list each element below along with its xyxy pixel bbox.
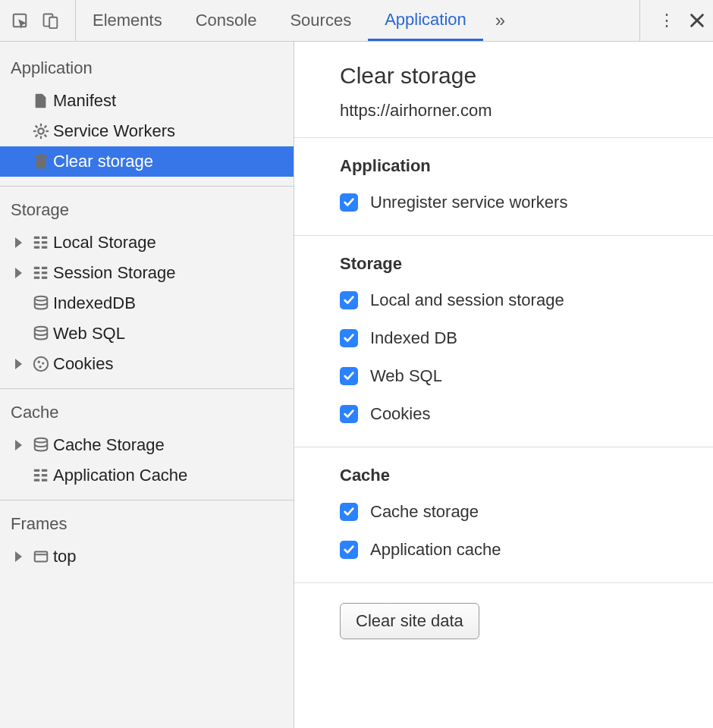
check-label: Indexed DB	[370, 328, 457, 348]
database-icon	[29, 295, 53, 312]
close-devtools-icon[interactable]	[689, 12, 705, 29]
check-indexed-db: Indexed DB	[340, 328, 713, 348]
group-title: Application	[340, 156, 713, 176]
tab-console[interactable]: Console	[179, 0, 274, 41]
check-web-sql: Web SQL	[340, 366, 713, 386]
sidebar-item-session-storage[interactable]: Session Storage	[0, 258, 294, 288]
database-icon	[29, 437, 53, 453]
sidebar-item-websql[interactable]: Web SQL	[0, 318, 294, 349]
clear-site-data-button[interactable]: Clear site data	[340, 603, 479, 639]
check-unregister-service-workers: Unregister service workers	[340, 193, 713, 212]
checkbox[interactable]	[340, 193, 358, 212]
devtools-tabs: Elements Console Sources Application »	[76, 0, 639, 41]
group-cache: Cache Cache storage Application cache	[294, 447, 713, 583]
expand-arrow-icon[interactable]	[15, 268, 22, 278]
expand-arrow-icon[interactable]	[15, 551, 22, 562]
grid-icon	[29, 265, 53, 281]
panel-title: Clear storage	[340, 63, 713, 89]
check-label: Cookies	[370, 404, 430, 424]
database-icon	[29, 325, 53, 342]
clear-storage-panel: Clear storage https://airhorner.com Appl…	[294, 42, 713, 728]
check-application-cache: Application cache	[340, 540, 713, 560]
group-title: Cache	[340, 466, 713, 485]
sidebar-item-label: Application Cache	[53, 466, 187, 485]
sidebar-item-label: Local Storage	[53, 233, 156, 253]
file-icon	[29, 93, 53, 109]
sidebar-item-indexeddb[interactable]: IndexedDB	[0, 288, 294, 318]
sidebar-item-label: Manifest	[53, 91, 116, 111]
sidebar-item-label: Clear storage	[53, 152, 153, 171]
check-local-session-storage: Local and session storage	[340, 290, 713, 310]
tab-sources[interactable]: Sources	[273, 0, 368, 41]
sidebar-item-label: Cache Storage	[53, 435, 165, 455]
cookie-icon	[29, 356, 53, 372]
checkbox[interactable]	[340, 541, 358, 559]
sidebar-item-label: Web SQL	[53, 324, 125, 344]
tabs-overflow-icon[interactable]: »	[483, 0, 517, 41]
sidebar-item-application-cache[interactable]: Application Cache	[0, 460, 294, 491]
expand-arrow-icon[interactable]	[15, 440, 22, 450]
sidebar-item-manifest[interactable]: Manifest	[0, 86, 294, 116]
tab-elements[interactable]: Elements	[76, 0, 179, 41]
sidebar-section-application: Application	[0, 45, 294, 86]
group-application: Application Unregister service workers	[294, 138, 713, 236]
sidebar-item-clear-storage[interactable]: Clear storage	[0, 146, 294, 177]
sidebar-item-local-storage[interactable]: Local Storage	[0, 228, 294, 258]
frame-icon	[29, 548, 53, 565]
gear-icon	[29, 123, 53, 140]
check-cookies: Cookies	[340, 404, 713, 424]
group-title: Storage	[340, 254, 713, 274]
checkbox[interactable]	[340, 291, 358, 309]
sidebar-section-frames: Frames	[0, 500, 294, 541]
device-toggle-icon[interactable]	[42, 12, 58, 29]
tab-application[interactable]: Application	[368, 0, 483, 41]
application-sidebar: Application Manifest Service Workers Cle…	[0, 42, 294, 728]
check-cache-storage: Cache storage	[340, 502, 713, 522]
expand-arrow-icon[interactable]	[15, 359, 22, 369]
devtools-menu-icon[interactable]: ⋮	[652, 12, 681, 29]
checkbox[interactable]	[340, 367, 358, 385]
sidebar-item-label: IndexedDB	[53, 293, 136, 313]
sidebar-section-cache: Cache	[0, 389, 294, 430]
expand-arrow-icon[interactable]	[15, 237, 22, 248]
panel-origin: https://airhorner.com	[340, 101, 713, 121]
sidebar-item-label: Cookies	[53, 354, 113, 374]
sidebar-item-label: Service Workers	[53, 121, 175, 141]
check-label: Unregister service workers	[370, 193, 567, 212]
trash-icon	[29, 153, 53, 170]
check-label: Application cache	[370, 540, 501, 560]
grid-icon	[29, 234, 53, 251]
check-label: Local and session storage	[370, 290, 564, 310]
grid-icon	[29, 467, 53, 484]
checkbox[interactable]	[340, 329, 358, 347]
devtools-toolbar: Elements Console Sources Application » ⋮	[0, 0, 713, 42]
sidebar-item-cache-storage[interactable]: Cache Storage	[0, 430, 294, 460]
checkbox[interactable]	[340, 405, 358, 423]
check-label: Cache storage	[370, 502, 479, 522]
sidebar-item-label: top	[53, 547, 77, 566]
sidebar-item-cookies[interactable]: Cookies	[0, 349, 294, 379]
check-label: Web SQL	[370, 366, 442, 386]
inspect-element-icon[interactable]	[11, 12, 28, 29]
sidebar-item-top-frame[interactable]: top	[0, 541, 294, 572]
group-storage: Storage Local and session storage Indexe…	[294, 236, 713, 447]
sidebar-section-storage: Storage	[0, 187, 294, 228]
checkbox[interactable]	[340, 503, 358, 521]
sidebar-item-service-workers[interactable]: Service Workers	[0, 116, 294, 146]
sidebar-item-label: Session Storage	[53, 263, 175, 283]
